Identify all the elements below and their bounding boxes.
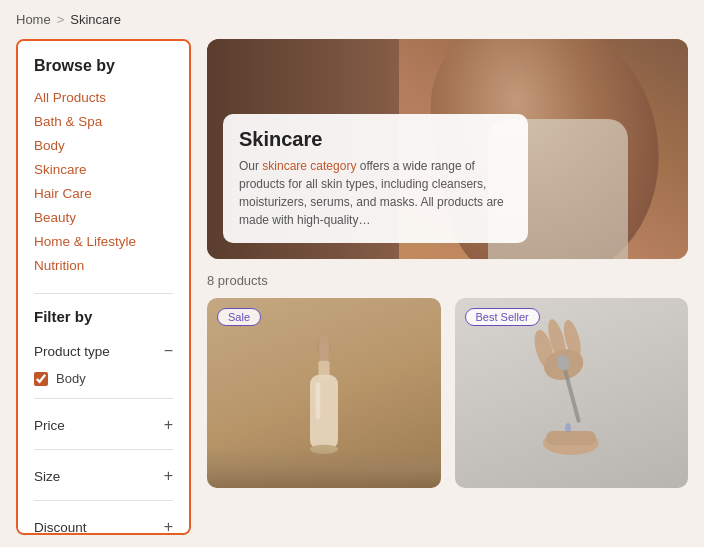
- browse-hair-care[interactable]: Hair Care: [34, 186, 92, 201]
- plus-icon-size: +: [164, 468, 173, 484]
- divider: [34, 293, 173, 294]
- list-item: All Products: [34, 89, 173, 105]
- browse-list: All Products Bath & Spa Body Skincare Ha…: [34, 89, 173, 273]
- breadcrumb-separator: >: [57, 12, 65, 27]
- filter-discount-toggle[interactable]: Discount +: [34, 515, 173, 535]
- browse-bath-spa[interactable]: Bath & Spa: [34, 114, 102, 129]
- products-count: 8 products: [207, 273, 688, 288]
- minus-icon: −: [164, 343, 173, 359]
- plus-icon-discount: +: [164, 519, 173, 535]
- plus-icon-price: +: [164, 417, 173, 433]
- hands-dropper-svg: [511, 313, 631, 473]
- dropper-bottle-svg: [289, 328, 359, 468]
- hero-title: Skincare: [239, 128, 512, 151]
- list-item: Home & Lifestyle: [34, 233, 173, 249]
- checkbox-row-body: Body: [34, 371, 173, 386]
- filter-price-toggle[interactable]: Price +: [34, 413, 173, 437]
- svg-rect-1: [319, 335, 328, 363]
- product-grid: Sale: [207, 298, 688, 535]
- svg-rect-13: [546, 431, 596, 445]
- list-item: Body: [34, 137, 173, 153]
- filter-section-discount: Discount +: [34, 515, 173, 535]
- hero-banner: Skincare Our skincare category offers a …: [207, 39, 688, 259]
- body-checkbox-label: Body: [56, 371, 86, 386]
- browse-all-products[interactable]: All Products: [34, 90, 106, 105]
- filter-section-price: Price +: [34, 413, 173, 437]
- list-item: Nutrition: [34, 257, 173, 273]
- page-wrapper: Home > Skincare Browse by All Products B…: [0, 0, 704, 547]
- content-area: Skincare Our skincare category offers a …: [207, 39, 688, 535]
- browse-body[interactable]: Body: [34, 138, 65, 153]
- rock-decoration: [207, 448, 441, 488]
- filter-product-type-options: Body: [34, 371, 173, 386]
- hero-description: Our skincare category offers a wide rang…: [239, 157, 512, 229]
- product-card-1[interactable]: Sale: [207, 298, 441, 488]
- divider-2: [34, 398, 173, 399]
- hero-info-card: Skincare Our skincare category offers a …: [223, 114, 528, 243]
- list-item: Hair Care: [34, 185, 173, 201]
- filter-section-size: Size +: [34, 464, 173, 488]
- filter-by-title: Filter by: [34, 308, 173, 325]
- filter-product-type-label: Product type: [34, 344, 110, 359]
- breadcrumb-home[interactable]: Home: [16, 12, 51, 27]
- filter-size-toggle[interactable]: Size +: [34, 464, 173, 488]
- list-item: Skincare: [34, 161, 173, 177]
- hero-highlight: skincare category: [262, 159, 356, 173]
- svg-point-14: [565, 423, 571, 433]
- divider-4: [34, 500, 173, 501]
- product-card-2[interactable]: Best Seller: [455, 298, 689, 488]
- product-image-2: [455, 298, 689, 488]
- best-seller-badge: Best Seller: [465, 308, 540, 326]
- browse-home-lifestyle[interactable]: Home & Lifestyle: [34, 234, 136, 249]
- breadcrumb-current: Skincare: [70, 12, 121, 27]
- browse-nutrition[interactable]: Nutrition: [34, 258, 84, 273]
- filter-section-product-type: Product type − Body: [34, 339, 173, 386]
- sidebar: Browse by All Products Bath & Spa Body S…: [16, 39, 191, 535]
- sale-badge: Sale: [217, 308, 261, 326]
- divider-3: [34, 449, 173, 450]
- browse-beauty[interactable]: Beauty: [34, 210, 76, 225]
- breadcrumb: Home > Skincare: [16, 12, 688, 27]
- filter-discount-label: Discount: [34, 520, 87, 535]
- browse-skincare[interactable]: Skincare: [34, 162, 87, 177]
- list-item: Bath & Spa: [34, 113, 173, 129]
- filter-product-type-toggle[interactable]: Product type −: [34, 339, 173, 363]
- main-layout: Browse by All Products Bath & Spa Body S…: [16, 39, 688, 535]
- filter-size-label: Size: [34, 469, 60, 484]
- svg-rect-3: [310, 375, 338, 450]
- browse-by-title: Browse by: [34, 57, 173, 75]
- filter-price-label: Price: [34, 418, 65, 433]
- svg-rect-5: [315, 382, 320, 419]
- list-item: Beauty: [34, 209, 173, 225]
- body-checkbox[interactable]: [34, 372, 48, 386]
